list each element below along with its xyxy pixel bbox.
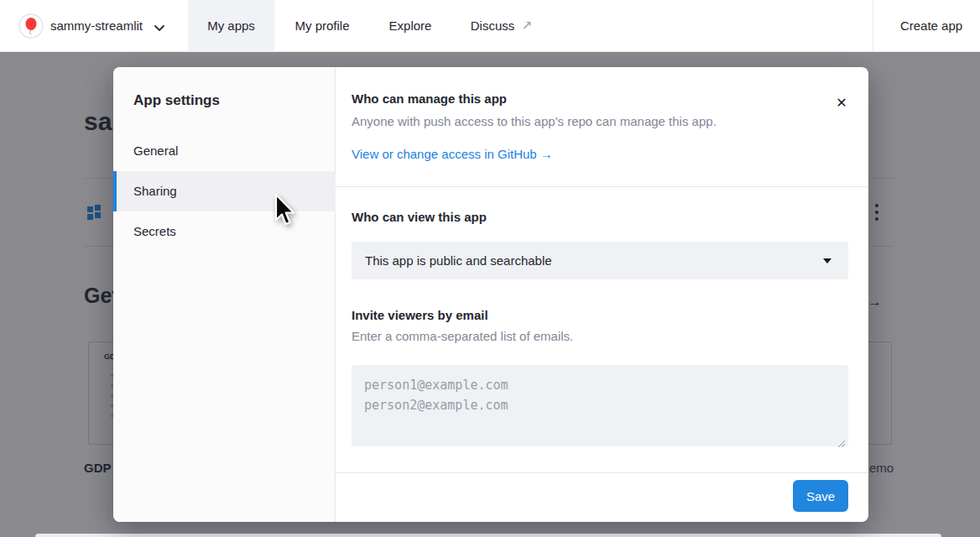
app-settings-modal: App settings General Sharing Secrets ✕ W… bbox=[113, 67, 868, 522]
navbar-divider bbox=[873, 0, 873, 52]
external-link-icon: ↗ bbox=[522, 0, 533, 52]
manage-section-title: Who can manage this app bbox=[352, 91, 507, 106]
invite-section-title: Invite viewers by email bbox=[352, 308, 488, 322]
workspace-avatar[interactable] bbox=[18, 13, 44, 39]
sidebar-item-sharing[interactable]: Sharing bbox=[113, 171, 336, 211]
chevron-down-icon[interactable] bbox=[154, 20, 164, 35]
save-button[interactable]: Save bbox=[793, 480, 848, 512]
top-navbar: sammy-streamlit My apps My profile Explo… bbox=[0, 0, 980, 52]
section-divider bbox=[336, 186, 868, 187]
nav-tab-discuss[interactable]: Discuss bbox=[461, 0, 524, 52]
visibility-select[interactable]: This app is public and searchable bbox=[352, 242, 848, 279]
view-section-title: Who can view this app bbox=[352, 210, 487, 224]
workspace-name[interactable]: sammy-streamlit bbox=[50, 0, 143, 52]
github-access-link[interactable]: View or change access in GitHub → bbox=[352, 147, 553, 161]
sidebar-item-secrets[interactable]: Secrets bbox=[113, 211, 336, 252]
sidebar-item-general[interactable]: General bbox=[113, 131, 336, 171]
footer-divider bbox=[336, 472, 868, 473]
close-icon[interactable]: ✕ bbox=[831, 93, 852, 113]
manage-section-description: Anyone with push access to this app's re… bbox=[352, 114, 717, 128]
bottom-strip bbox=[35, 534, 941, 537]
invite-emails-textarea[interactable] bbox=[352, 365, 848, 446]
settings-sidebar: App settings General Sharing Secrets bbox=[113, 67, 336, 522]
nav-tab-my-apps[interactable]: My apps bbox=[188, 0, 274, 52]
nav-tab-explore[interactable]: Explore bbox=[379, 0, 441, 52]
nav-tab-my-profile[interactable]: My profile bbox=[285, 0, 359, 52]
create-app-button[interactable]: Create app bbox=[888, 0, 975, 52]
invite-section-description: Enter a comma-separated list of emails. bbox=[352, 329, 573, 343]
visibility-selected-value: This app is public and searchable bbox=[365, 242, 552, 279]
caret-down-icon bbox=[823, 258, 831, 263]
modal-title: App settings bbox=[133, 92, 220, 109]
